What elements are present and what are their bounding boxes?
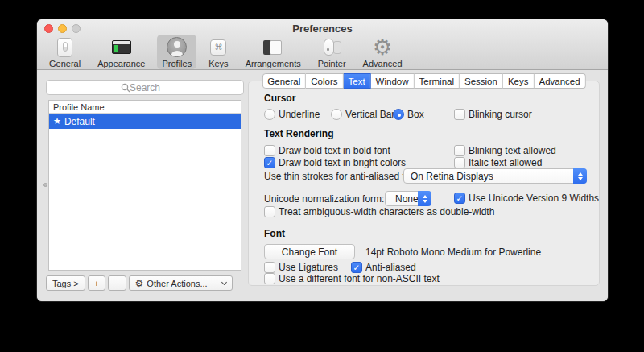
toolbar-item-appearance[interactable]: Appearance [93,35,150,69]
arrangements-icon [262,36,283,58]
thin-strokes-label: Use thin strokes for anti-aliased text [264,171,418,182]
stepper-icon [573,168,587,184]
check-icon: ✓ [455,193,464,204]
checkbox-ambiguous-width[interactable]: Treat ambiguous-width characters as doub… [264,206,494,217]
toolbar-item-arrangements[interactable]: Arrangements [241,35,306,69]
checkbox-bright-colors[interactable]: ✓ Draw bold text in bright colors [264,157,406,168]
unicode-norm-label: Unicode normalization form: [264,193,384,205]
keys-icon: ⌘ [210,36,226,58]
toolbar-item-keys[interactable]: ⌘ Keys [204,35,233,69]
checkbox-bold-font[interactable]: Draw bold text in bold font [264,145,390,156]
add-profile-button[interactable]: + [88,275,105,291]
radio-vertical-bar-circle [331,109,342,120]
remove-profile-button[interactable]: − [108,275,126,291]
cursor-heading: Cursor [264,93,295,104]
content-area: Profile Name ★ Default Tags > + − ⚙ Othe… [37,71,608,301]
unicode-norm-popup[interactable]: None [385,191,431,206]
search-input[interactable] [47,81,243,94]
checkbox-blinking-text[interactable]: Blinking text allowed [454,145,556,156]
chevron-down-icon [221,279,227,284]
toolbar-item-profiles[interactable]: Profiles [157,35,196,69]
splitter-handle[interactable] [43,183,47,187]
checkbox-use-ligatures[interactable]: Use Ligatures [264,262,338,273]
check-icon: ✓ [265,158,275,168]
appearance-icon [112,36,131,58]
window-chrome: Preferences General Appearance Profiles … [37,19,608,70]
general-icon [57,36,72,58]
window-title: Preferences [37,23,608,35]
profile-row-default[interactable]: ★ Default [49,114,241,129]
check-icon: ✓ [352,263,361,273]
checkbox-blinking-cursor[interactable]: Blinking cursor [454,109,532,120]
change-font-button[interactable]: Change Font [264,244,355,259]
checkbox-italic-text[interactable]: Italic text allowed [454,157,542,168]
radio-underline[interactable]: Underline [264,109,320,120]
current-font-label: 14pt Roboto Mono Medium for Powerline [365,246,541,258]
stepper-icon [418,191,431,206]
tab-colors[interactable]: Colors [306,73,343,89]
checkbox-anti-aliased[interactable]: ✓ Anti-aliased [351,262,416,273]
tab-advanced[interactable]: Advanced [534,73,585,89]
tab-keys[interactable]: Keys [503,73,535,89]
profile-list-header: Profile Name [49,101,241,114]
tab-window[interactable]: Window [371,73,415,89]
tab-bar: General Colors Text Window Terminal Sess… [262,73,585,89]
font-heading: Font [264,228,285,239]
preferences-window: Preferences General Appearance Profiles … [37,19,608,301]
text-rendering-heading: Text Rendering [264,128,333,139]
radio-vertical-bar[interactable]: Vertical Bar [331,109,394,120]
profile-search-field[interactable] [46,80,244,95]
toolbar-item-advanced[interactable]: ⚙ Advanced [358,35,407,69]
tab-general[interactable]: General [262,73,306,89]
thin-strokes-popup[interactable]: On Retina Displays [403,168,587,184]
profiles-icon [167,36,187,58]
sidebar-footer: Tags > + − ⚙ Other Actions... [46,275,233,291]
tags-button[interactable]: Tags > [46,275,85,291]
profile-list: Profile Name ★ Default [48,100,242,271]
radio-box-circle [393,109,404,120]
pointer-icon [321,36,342,58]
toolbar: General Appearance Profiles ⌘ Keys Arran… [44,35,407,69]
tab-terminal[interactable]: Terminal [415,73,460,89]
profile-name: Default [64,116,95,127]
advanced-gear-icon: ⚙ [373,36,392,58]
checkbox-unicode9[interactable]: ✓ Use Unicode Version 9 Widths [454,193,599,204]
settings-panel: General Colors Text Window Terminal Sess… [248,81,600,286]
tab-text[interactable]: Text [344,73,371,89]
other-actions-button[interactable]: ⚙ Other Actions... [129,275,233,291]
radio-box[interactable]: Box [393,109,424,120]
radio-underline-circle [264,109,275,120]
checkbox-non-ascii-font[interactable]: Use a different font for non-ASCII text [264,273,440,284]
default-star-icon: ★ [53,116,61,126]
tab-session[interactable]: Session [460,73,503,89]
toolbar-item-pointer[interactable]: Pointer [313,35,351,69]
toolbar-item-general[interactable]: General [44,35,85,69]
gear-icon: ⚙ [135,278,144,289]
